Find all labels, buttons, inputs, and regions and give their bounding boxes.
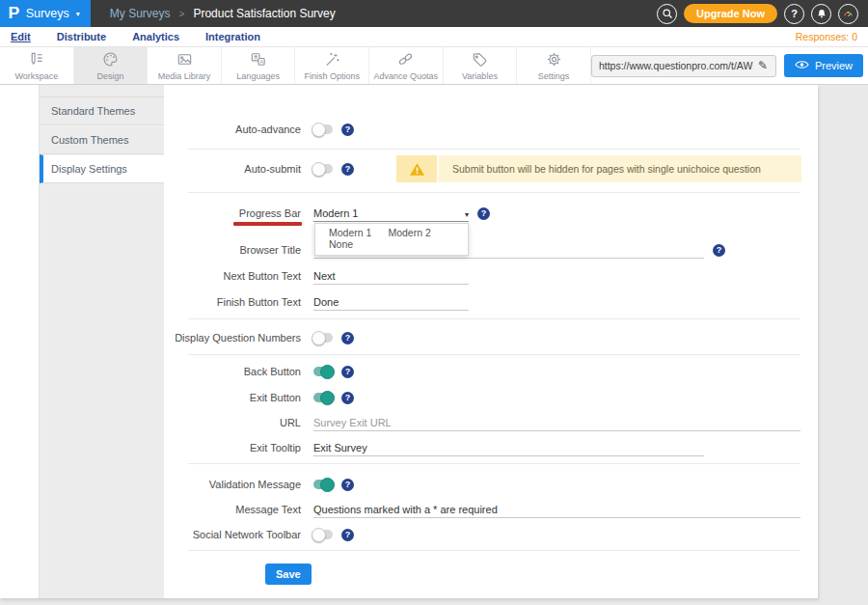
toolbar-item-design[interactable]: Design [74, 47, 149, 84]
browser-title-help-icon[interactable] [713, 244, 725, 257]
tab-edit[interactable]: Edit [11, 31, 31, 42]
exit-tooltip-input[interactable]: Exit Survey [313, 440, 704, 456]
svg-text:A: A [260, 59, 264, 65]
dropdown-option-modern-2[interactable]: Modern 2 [374, 222, 430, 243]
next-button-text-row: Next Button Text Next [164, 263, 818, 289]
validation-message-label: Validation Message [164, 479, 301, 490]
red-underline-annotation [233, 222, 302, 226]
media-library-icon [176, 50, 194, 70]
auto-submit-warning: Submit button will be hidden for pages w… [396, 155, 801, 182]
section-divider [188, 192, 800, 193]
breadcrumb-my-surveys[interactable]: My Surveys [110, 7, 171, 20]
breadcrumb-separator: > [179, 9, 185, 19]
auto-advance-row: Auto-advance [164, 117, 818, 142]
toolbar-item-label: Settings [538, 71, 570, 81]
exit-button-row: Exit Button [164, 385, 818, 410]
tab-integration[interactable]: Integration [205, 31, 260, 42]
finish-button-text-label: Finish Button Text [164, 296, 301, 308]
search-icon[interactable] [657, 4, 677, 24]
help-icon[interactable]: ? [784, 4, 804, 24]
social-network-toolbar-toggle[interactable] [313, 530, 333, 539]
display-question-numbers-label: Display Question Numbers [164, 332, 301, 344]
auto-submit-toggle[interactable] [313, 164, 333, 174]
edit-url-pencil-icon[interactable]: ✎ [758, 59, 768, 72]
display-settings-form: Auto-advance Auto-submit Submit button w… [164, 85, 818, 598]
responses-count[interactable]: Responses: 0 [796, 31, 857, 42]
left-gutter [0, 85, 39, 598]
auto-advance-label: Auto-advance [164, 124, 301, 135]
browser-title-row: Browser Title [164, 237, 818, 262]
eye-icon [795, 60, 809, 71]
back-button-toggle[interactable] [313, 367, 333, 376]
finish-button-text-input[interactable]: Done [313, 294, 469, 311]
toolbar-item-label: Languages [236, 71, 280, 81]
settings-gear-icon [545, 50, 563, 70]
auto-advance-toggle[interactable] [313, 124, 333, 134]
display-question-numbers-row: Display Question Numbers [164, 325, 818, 350]
exit-button-help-icon[interactable] [341, 392, 354, 404]
design-sidebar: Standard Themes Custom Themes Display Se… [39, 85, 164, 598]
breadcrumb-current-survey: Product Satisfaction Survey [193, 7, 335, 20]
toolbar-item-settings[interactable]: Settings [517, 47, 591, 84]
upgrade-now-button[interactable]: Upgrade Now [684, 4, 777, 23]
exit-tooltip-row: Exit Tooltip Exit Survey [164, 435, 818, 460]
message-text-input[interactable]: Questions marked with a * are required [313, 502, 800, 518]
exit-button-toggle[interactable] [313, 393, 333, 402]
message-text-label: Message Text [164, 504, 301, 515]
sidebar-item-custom-themes[interactable]: Custom Themes [40, 125, 164, 154]
social-network-toolbar-label: Social Network Toolbar [164, 529, 301, 540]
progress-bar-label: Progress Bar [164, 207, 301, 219]
exit-button-label: Exit Button [164, 392, 301, 403]
progress-bar-selected-value: Modern 1 [313, 207, 358, 219]
toolbar-item-finish-options[interactable]: Finish Options [295, 47, 369, 84]
progress-bar-select[interactable]: Modern 1 ▾ [313, 205, 469, 222]
survey-url-input[interactable] [599, 60, 753, 71]
exit-url-row: URL Survey Exit URL [164, 410, 818, 435]
toolbar-item-media-library[interactable]: Media Library [148, 47, 222, 84]
validation-message-toggle[interactable] [313, 480, 333, 489]
product-label: Surveys [26, 7, 69, 20]
save-button[interactable]: Save [265, 564, 312, 585]
toolbar-item-label: Workspace [14, 71, 58, 81]
social-network-toolbar-help-icon[interactable] [341, 529, 354, 541]
auto-submit-help-icon[interactable] [341, 163, 354, 176]
section-divider [188, 463, 800, 464]
next-button-text-label: Next Button Text [164, 270, 301, 282]
toolbar-item-advance-quotas[interactable]: Advance Quotas [369, 47, 444, 84]
next-button-text-input[interactable]: Next [313, 268, 469, 285]
sidebar-item-standard-themes[interactable]: Standard Themes [40, 96, 164, 125]
toolbar-item-workspace[interactable]: Workspace [0, 47, 74, 84]
preview-button[interactable]: Preview [784, 54, 863, 77]
auto-advance-help-icon[interactable] [341, 124, 354, 136]
product-switcher[interactable]: P Surveys ▾ [0, 0, 91, 27]
progress-bar-dropdown: Modern 1 Modern 2 None [314, 223, 469, 256]
toolbar-item-label: Advance Quotas [374, 71, 439, 81]
toolbar-item-variables[interactable]: Variables [444, 47, 518, 84]
design-palette-icon [101, 50, 120, 70]
toolbar-item-languages[interactable]: A Languages [222, 47, 296, 84]
notifications-bell-icon[interactable] [811, 4, 831, 24]
validation-message-row: Validation Message [164, 472, 818, 497]
display-question-numbers-toggle[interactable] [313, 333, 333, 343]
exit-url-label: URL [164, 417, 301, 428]
dropdown-option-none[interactable]: None [315, 234, 353, 255]
breadcrumb: My Surveys > Product Satisfaction Survey [110, 7, 336, 20]
tab-analytics[interactable]: Analytics [132, 31, 179, 42]
back-button-label: Back Button [164, 366, 301, 377]
display-question-numbers-help-icon[interactable] [341, 332, 354, 344]
progress-bar-row: Progress Bar Modern 1 ▾ Modern 1 Modern … [164, 201, 818, 226]
progress-bar-help-icon[interactable] [477, 207, 490, 220]
section-divider [188, 318, 800, 319]
sidebar-item-display-settings[interactable]: Display Settings [40, 154, 164, 183]
back-button-help-icon[interactable] [341, 366, 354, 378]
top-bar: P Surveys ▾ My Surveys > Product Satisfa… [0, 0, 868, 27]
content-panel: Standard Themes Custom Themes Display Se… [0, 85, 818, 598]
languages-icon: A [249, 50, 267, 70]
preview-button-label: Preview [815, 60, 853, 71]
usage-gauge-icon[interactable] [838, 4, 858, 24]
tab-distribute[interactable]: Distribute [57, 31, 106, 42]
validation-message-help-icon[interactable] [341, 479, 354, 491]
topbar-actions: Upgrade Now ? [657, 4, 868, 24]
auto-submit-row: Auto-submit Submit button will be hidden… [164, 155, 818, 182]
exit-url-input[interactable]: Survey Exit URL [313, 415, 800, 431]
